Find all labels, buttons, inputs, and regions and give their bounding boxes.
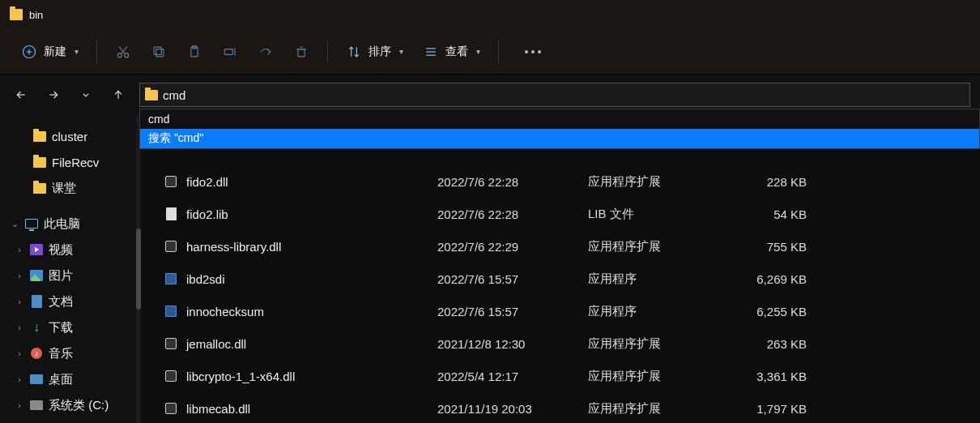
file-row[interactable]: innochecksum2022/7/6 15:57应用程序6,255 KB — [141, 295, 980, 327]
title-bar: bin — [0, 0, 980, 29]
sort-button[interactable]: 排序 ▾ — [338, 37, 411, 66]
window-title: bin — [29, 9, 43, 21]
sidebar-item[interactable]: ›桌面 — [0, 366, 136, 392]
file-name: libmecab.dll — [186, 402, 429, 416]
file-name: libcrypto-1_1-x64.dll — [186, 370, 429, 383]
forward-button[interactable] — [42, 83, 65, 106]
folder-icon — [145, 90, 158, 100]
view-label: 查看 — [445, 45, 468, 59]
separator — [327, 41, 328, 63]
back-button[interactable] — [10, 83, 32, 106]
file-row[interactable]: fido2.lib2022/7/6 22:28LIB 文件54 KB — [141, 198, 980, 230]
file-name: jemalloc.dll — [186, 337, 429, 351]
sidebar-item-thispc[interactable]: ⌄此电脑 — [0, 211, 136, 237]
sidebar-item[interactable]: ›视频 — [0, 237, 136, 263]
file-row[interactable]: jemalloc.dll2021/12/8 12:30应用程序扩展263 KB — [141, 327, 980, 360]
sidebar-item[interactable]: ›图片 — [0, 263, 136, 288]
file-type: 应用程序扩展 — [588, 401, 718, 417]
sidebar-item-label: FileRecv — [52, 156, 99, 169]
address-text: cmd — [163, 88, 185, 102]
rename-icon — [222, 44, 238, 60]
file-type: 应用程序扩展 — [588, 336, 718, 352]
file-size: 1,797 KB — [726, 402, 807, 416]
sidebar-item[interactable]: ›♪音乐 — [0, 340, 136, 366]
view-button[interactable]: 查看 ▾ — [415, 37, 488, 66]
svg-rect-13 — [298, 49, 305, 56]
chevron-right-icon: › — [15, 400, 24, 410]
file-type: 应用程序扩展 — [588, 369, 718, 384]
sidebar-item[interactable]: ›↓下载 — [0, 314, 136, 340]
copy-button[interactable] — [143, 37, 175, 66]
cut-icon — [115, 44, 131, 60]
sidebar-item-label: 音乐 — [49, 346, 73, 361]
chevron-right-icon: › — [15, 323, 24, 332]
cut-button[interactable] — [107, 37, 139, 66]
sidebar-item-label: 下载 — [49, 320, 73, 335]
sidebar-item[interactable]: cluster — [0, 123, 136, 149]
file-date: 2022/7/6 15:57 — [437, 305, 580, 318]
exe-icon — [165, 306, 177, 317]
music-icon: ♪ — [31, 348, 42, 359]
video-icon — [30, 244, 43, 255]
doc-icon — [32, 295, 42, 308]
rename-button[interactable] — [214, 37, 246, 66]
file-date: 2022/7/6 22:28 — [437, 207, 580, 221]
chevron-down-icon: ⌄ — [10, 219, 19, 229]
file-size: 263 KB — [726, 337, 807, 351]
file-row[interactable]: ibd2sdi2022/7/6 15:57应用程序6,269 KB — [141, 263, 980, 295]
toolbar: 新建 ▾ 排序 ▾ 查看 ▾ — [0, 29, 980, 75]
scrollbar[interactable] — [136, 115, 141, 423]
suggestion-item[interactable]: cmd — [140, 109, 979, 129]
more-button[interactable] — [509, 37, 557, 66]
paste-button[interactable] — [178, 37, 211, 66]
chevron-down-icon: ▾ — [399, 47, 403, 56]
file-row[interactable]: libmecab.dll2021/11/19 20:03应用程序扩展1,797 … — [141, 392, 980, 423]
delete-button[interactable] — [285, 37, 317, 66]
desktop-icon — [30, 374, 43, 384]
dll-icon — [165, 370, 177, 382]
file-row[interactable]: fido2.dll2022/7/6 22:28应用程序扩展228 KB — [141, 165, 980, 198]
file-icon — [166, 207, 177, 220]
sidebar-item-label: 系统类 (C:) — [49, 398, 109, 413]
file-name: harness-library.dll — [186, 240, 429, 254]
trash-icon — [293, 44, 309, 60]
suggestion-item[interactable]: 搜索 "cmd" — [140, 129, 979, 148]
share-button[interactable] — [249, 37, 282, 66]
separator — [96, 41, 97, 63]
svg-rect-7 — [156, 49, 164, 56]
file-type: 应用程序 — [588, 304, 718, 319]
arrow-left-icon — [15, 88, 28, 101]
file-date: 2022/7/6 22:29 — [437, 240, 580, 254]
svg-rect-11 — [224, 49, 232, 54]
recent-button[interactable] — [75, 83, 97, 106]
file-date: 2022/7/6 22:28 — [437, 175, 580, 189]
sidebar-item-label: 桌面 — [49, 372, 73, 387]
sidebar-item-label: 文档 — [49, 294, 73, 310]
view-icon — [423, 44, 439, 60]
sidebar-item[interactable]: 课堂 — [0, 175, 136, 201]
folder-icon — [33, 183, 46, 194]
paste-icon — [186, 44, 202, 60]
file-date: 2022/5/4 12:17 — [437, 370, 580, 383]
nav-row: cmd cmd搜索 "cmd" — [0, 75, 980, 115]
file-row[interactable]: libcrypto-1_1-x64.dll2022/5/4 12:17应用程序扩… — [141, 360, 980, 392]
sidebar-item-label: 图片 — [49, 268, 73, 284]
sidebar-item-label: 课堂 — [52, 181, 76, 196]
address-bar[interactable]: cmd — [139, 83, 970, 107]
file-row[interactable]: harness-library.dll2022/7/6 22:29应用程序扩展7… — [141, 230, 980, 263]
folder-icon — [33, 157, 46, 168]
folder-icon — [33, 131, 46, 142]
chevron-right-icon: › — [15, 245, 24, 254]
file-size: 228 KB — [726, 175, 807, 189]
sidebar-item[interactable]: ›系统类 (C:) — [0, 392, 136, 418]
sidebar-item[interactable]: ›文档 — [0, 288, 136, 314]
file-list: fido2.dll2022/7/6 22:28应用程序扩展228 KBfido2… — [141, 115, 980, 423]
sidebar-item[interactable]: FileRecv — [0, 149, 136, 175]
new-button[interactable]: 新建 ▾ — [13, 37, 87, 66]
up-button[interactable] — [107, 83, 130, 106]
separator — [498, 41, 499, 63]
chevron-right-icon: › — [15, 271, 24, 280]
image-icon — [30, 270, 43, 281]
chevron-down-icon: ▾ — [75, 47, 79, 56]
download-icon: ↓ — [33, 320, 40, 335]
